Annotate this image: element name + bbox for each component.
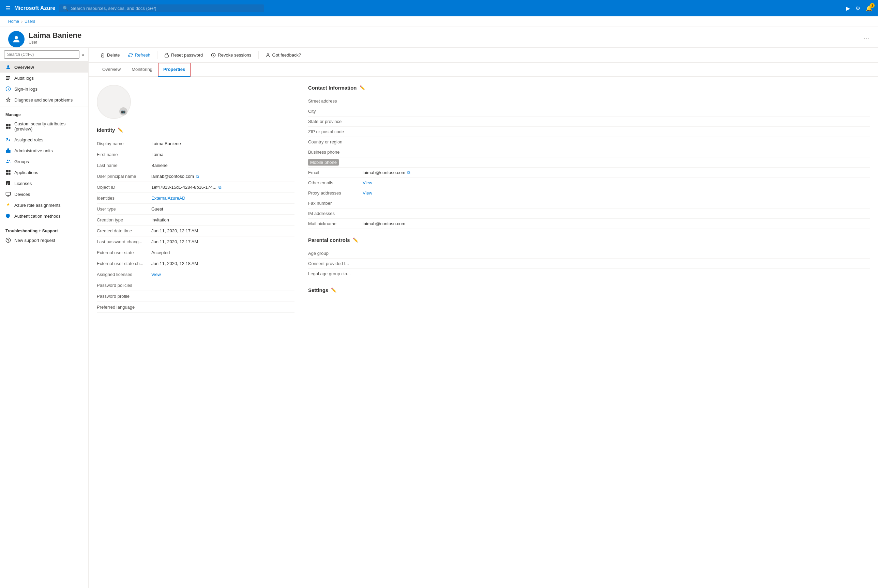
contact-mobile-phone: Mobile phone xyxy=(308,158,870,168)
cloud-shell-icon[interactable]: ▶ xyxy=(846,5,850,12)
sidebar-item-overview[interactable]: Overview xyxy=(0,62,88,73)
svg-rect-25 xyxy=(165,55,169,57)
avatar-circle: 📷 xyxy=(97,85,131,119)
contact-edit-icon[interactable]: ✏️ xyxy=(359,85,365,90)
settings-section: Settings ✏️ xyxy=(308,287,870,293)
svg-rect-12 xyxy=(6,150,10,153)
sidebar-item-support[interactable]: New support request xyxy=(0,235,88,246)
reset-password-button[interactable]: Reset password xyxy=(161,50,206,60)
azure-roles-icon xyxy=(6,202,11,208)
prop-ext-user-state: External user state Accepted xyxy=(97,248,295,258)
groups-icon xyxy=(6,159,11,164)
sidebar-search-container: « xyxy=(0,48,88,62)
reset-password-icon xyxy=(164,53,169,58)
feedback-button[interactable]: Got feedback? xyxy=(262,50,305,60)
left-panel: 📷 Identity ✏️ Display name Laima Baniene… xyxy=(97,85,295,313)
mobile-phone-highlight: Mobile phone xyxy=(308,159,339,166)
sidebar-divider-2 xyxy=(0,223,88,223)
upn-copy-icon[interactable]: ⧉ xyxy=(196,174,199,179)
sidebar-item-diagnose[interactable]: Diagnose and solve problems xyxy=(0,94,88,105)
sidebar-item-applications[interactable]: Applications xyxy=(0,167,88,178)
diagnose-icon xyxy=(6,97,11,102)
sidebar-item-admin-units[interactable]: Administrative units xyxy=(0,145,88,156)
prop-creation-type: Creation type Invitation xyxy=(97,214,295,225)
sidebar-item-groups[interactable]: Groups xyxy=(0,156,88,167)
svg-point-10 xyxy=(6,138,8,140)
avatar-camera-button[interactable]: 📷 xyxy=(119,107,128,116)
search-bar[interactable]: 🔍 xyxy=(59,4,264,12)
identity-section: Identity ✏️ Display name Laima Baniene F… xyxy=(97,127,295,313)
page-title: Laima Baniene xyxy=(29,31,860,40)
support-icon xyxy=(6,237,11,243)
tab-properties[interactable]: Properties xyxy=(158,63,191,76)
contact-country: Country or region xyxy=(308,137,870,147)
parental-section-title: Parental controls ✏️ xyxy=(308,237,870,243)
prop-identities: Identities ExternalAzureAD xyxy=(97,193,295,204)
email-copy-icon[interactable]: ⧉ xyxy=(407,170,410,175)
search-icon: 🔍 xyxy=(63,6,68,11)
identity-edit-icon[interactable]: ✏️ xyxy=(117,128,123,132)
settings-edit-icon[interactable]: ✏️ xyxy=(331,288,337,292)
sidebar-item-azure-roles[interactable]: Azure role assignments xyxy=(0,200,88,210)
sidebar-item-label: Groups xyxy=(14,159,29,164)
sidebar-divider-1 xyxy=(0,106,88,107)
refresh-icon xyxy=(128,53,133,58)
svg-point-29 xyxy=(267,54,269,55)
right-panel: Contact Information ✏️ Street address Ci… xyxy=(308,85,870,313)
sidebar-item-label: Authentication methods xyxy=(14,214,61,219)
contact-email: Email laimab@contoso.com ⧉ xyxy=(308,168,870,178)
breadcrumb-users[interactable]: Users xyxy=(24,19,35,24)
breadcrumb-sep-1: › xyxy=(21,19,23,24)
user-avatar-icon xyxy=(12,34,21,44)
sidebar-item-label: Diagnose and solve problems xyxy=(14,98,72,102)
sidebar-collapse-button[interactable]: « xyxy=(81,52,84,57)
contact-other-emails: Other emails View xyxy=(308,178,870,188)
tab-overview[interactable]: Overview xyxy=(97,63,126,76)
main-layout: « Overview Audit logs Sign-in logs Diagn… xyxy=(0,48,878,588)
hamburger-icon[interactable]: ☰ xyxy=(6,5,10,12)
contact-information-section: Contact Information ✏️ Street address Ci… xyxy=(308,85,870,229)
parental-age-group: Age group xyxy=(308,248,870,259)
sidebar-item-assigned-roles[interactable]: Assigned roles xyxy=(0,134,88,145)
sidebar-item-label: New support request xyxy=(14,238,55,243)
object-id-copy-icon[interactable]: ⧉ xyxy=(218,185,221,190)
prop-password-profile: Password profile xyxy=(97,291,295,302)
page-subtitle: User xyxy=(29,40,860,45)
svg-rect-7 xyxy=(9,124,11,126)
notification-icon[interactable]: 🔔 1 xyxy=(866,5,872,12)
svg-point-1 xyxy=(7,65,9,67)
notification-badge: 1 xyxy=(870,3,875,8)
svg-rect-20 xyxy=(6,192,10,195)
settings-icon[interactable]: ⚙ xyxy=(855,5,860,12)
more-options-button[interactable]: ⋯ xyxy=(864,34,870,42)
tabs: Overview Monitoring Properties xyxy=(89,63,878,76)
sidebar-search-input[interactable] xyxy=(4,50,80,58)
sidebar-item-audit-logs[interactable]: Audit logs xyxy=(0,73,88,84)
parental-edit-icon[interactable]: ✏️ xyxy=(353,237,358,243)
svg-rect-3 xyxy=(6,78,10,79)
svg-point-11 xyxy=(9,140,10,141)
identity-section-title: Identity ✏️ xyxy=(97,127,295,133)
svg-point-24 xyxy=(8,242,9,242)
delete-button[interactable]: Delete xyxy=(97,50,123,60)
sidebar-item-signin-logs[interactable]: Sign-in logs xyxy=(0,84,88,94)
contact-city: City xyxy=(308,106,870,117)
auth-methods-icon xyxy=(6,213,11,219)
sidebar-item-auth-methods[interactable]: Authentication methods xyxy=(0,210,88,221)
search-input[interactable] xyxy=(71,6,260,11)
tab-monitoring[interactable]: Monitoring xyxy=(126,63,158,76)
revoke-sessions-button[interactable]: Revoke sessions xyxy=(207,50,255,60)
toolbar-divider-1 xyxy=(157,51,158,59)
sidebar-item-custom-security[interactable]: Custom security attributes (preview) xyxy=(0,118,88,134)
prop-object-id: Object ID 1ef47813-15d1-4284-8b16-174...… xyxy=(97,182,295,193)
overview-icon xyxy=(6,64,11,70)
contact-business-phone: Business phone xyxy=(308,147,870,158)
breadcrumb-home[interactable]: Home xyxy=(8,19,19,24)
devices-icon xyxy=(6,192,11,197)
sidebar-item-label: Custom security attributes (preview) xyxy=(14,121,83,132)
sidebar-item-devices[interactable]: Devices xyxy=(0,189,88,200)
sidebar-item-licenses[interactable]: Licenses xyxy=(0,178,88,189)
refresh-button[interactable]: Refresh xyxy=(125,50,154,60)
prop-last-name: Last name Baniene xyxy=(97,160,295,171)
app-title: Microsoft Azure xyxy=(14,5,55,11)
